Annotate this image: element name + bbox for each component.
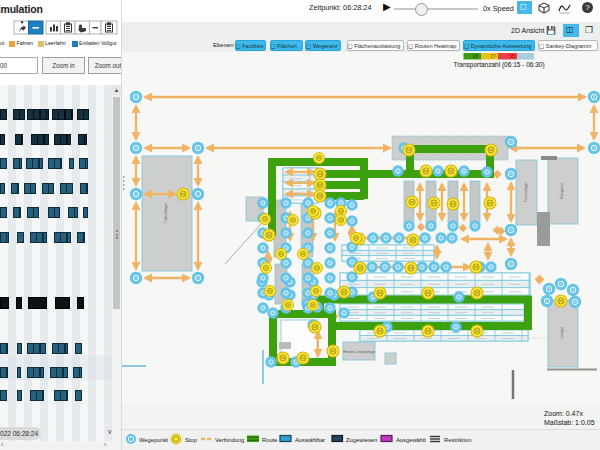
svg-text:Restriktion: Restriktion — [444, 437, 471, 443]
svg-text:37: 37 — [490, 53, 496, 59]
svg-text:Stop: Stop — [185, 437, 197, 443]
svg-text:Route: Route — [262, 437, 277, 443]
svg-text:Zugewiesen: Zugewiesen — [346, 437, 377, 443]
svg-text:Rangierer: Rangierer — [560, 182, 564, 199]
svg-text:Transportanzahl (06:15 - 06:30: Transportanzahl (06:15 - 06:30) — [453, 61, 544, 69]
svg-text:18: 18 — [472, 53, 478, 59]
svg-text:Leergut: Leergut — [560, 327, 564, 339]
svg-text:Verbindung: Verbindung — [215, 437, 244, 443]
svg-text:Auswählbar: Auswählbar — [295, 437, 325, 443]
svg-text:55: 55 — [509, 53, 515, 59]
svg-text:Frischelager: Frischelager — [524, 181, 528, 202]
svg-text:Retoure, Leergutanlage: Retoure, Leergutanlage — [343, 350, 375, 354]
svg-text:Wegepunkt: Wegepunkt — [139, 437, 169, 443]
svg-text:Ausgewählt: Ausgewählt — [396, 437, 426, 443]
svg-text:Tiefkühllager: Tiefkühllager — [164, 202, 168, 223]
